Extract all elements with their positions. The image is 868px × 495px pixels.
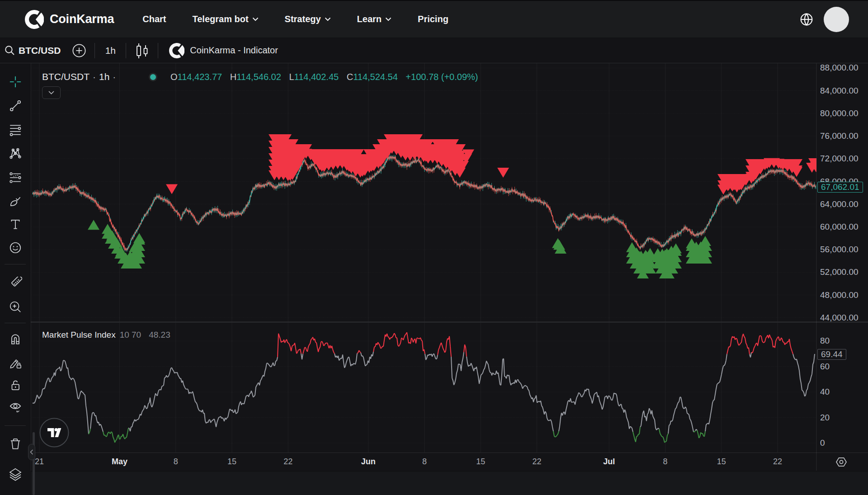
tool-forecast[interactable] (8, 170, 23, 185)
chart-canvas (31, 63, 868, 471)
legend-ohlc: O114,423.77 H114,546.02 L114,402.45 C114… (170, 72, 478, 82)
tool-magnet[interactable] (8, 331, 23, 347)
time-tick-label: Jun (361, 457, 376, 467)
ruler-icon (9, 277, 22, 290)
time-tick-label: 8 (174, 457, 178, 467)
collapse-toolbar-button[interactable] (28, 444, 35, 460)
caret-down-icon (325, 17, 331, 21)
coinkarma-logo (25, 10, 44, 29)
mpi-tick-label: 20 (820, 413, 830, 423)
trend-line-icon (9, 99, 22, 113)
tool-crosshair[interactable] (8, 74, 23, 90)
symbol-search-button[interactable]: BTC/USD (5, 45, 61, 56)
pane-borders (31, 63, 868, 471)
mpi-tick-label: 60 (820, 362, 830, 372)
pencil-lock-icon (9, 356, 22, 370)
toolbar-symbol: BTC/USD (19, 45, 61, 56)
price-tick-label: 64,000.00 (820, 199, 859, 209)
main-pane-legend[interactable]: BTC/USDT · 1h · O114,423.77 H114,546.02 … (42, 71, 119, 82)
magnet-icon (9, 332, 22, 346)
plus-circle-icon (72, 44, 86, 57)
caret-down-icon (385, 17, 392, 21)
tool-fib-retracement[interactable] (8, 122, 23, 137)
mpi-series (33, 332, 815, 443)
caret-down-icon (252, 17, 259, 21)
chevron-down-icon (48, 91, 54, 94)
mpi-pane-legend[interactable]: Market Pulse Index 10 70 48.23 (42, 330, 170, 340)
user-avatar[interactable] (824, 7, 849, 32)
language-globe-icon[interactable] (800, 13, 813, 26)
time-tick-label: Jul (603, 457, 615, 467)
chart-area[interactable]: BTC/USDT · 1h · O114,423.77 H114,546.02 … (31, 63, 868, 471)
legend-interval: 1h (99, 71, 109, 82)
indicator-name: CoinKarma - Indicator (190, 45, 278, 56)
price-tick-label: 76,000.00 (820, 131, 859, 141)
tool-remove-drawings[interactable] (8, 436, 23, 452)
time-tick-label: 8 (663, 457, 667, 467)
legend-change: +100.78 (+0.09%) (406, 72, 478, 82)
interval-button[interactable]: 1h (95, 45, 126, 56)
tool-lock-all[interactable] (8, 377, 23, 393)
nav-item-telegram-bot[interactable]: Telegram bot (192, 14, 258, 24)
tool-zoom-in[interactable] (8, 299, 23, 315)
nav-item-chart[interactable]: Chart (142, 14, 166, 24)
time-tick-label: 22 (773, 457, 782, 467)
chevron-left-icon (30, 449, 33, 455)
gear-icon (835, 456, 848, 468)
tool-text[interactable] (8, 217, 23, 232)
brand-name: CoinKarma (50, 12, 114, 26)
brush-icon (9, 195, 22, 208)
chart-settings-button[interactable] (835, 456, 848, 470)
compare-add-button[interactable] (72, 44, 86, 57)
nav-menu: ChartTelegram botStrategyLearnPricing (142, 14, 448, 24)
tool-object-tree[interactable] (8, 467, 23, 482)
nav-item-learn[interactable]: Learn (357, 14, 392, 24)
crosshair-icon (9, 75, 22, 89)
time-tick-label: May (112, 457, 127, 467)
price-tick-label: 72,000.00 (820, 154, 859, 164)
search-icon (5, 45, 15, 56)
fib-retracement-icon (9, 123, 22, 137)
signal-markers (88, 134, 822, 278)
tradingview-logo[interactable] (39, 418, 69, 449)
market-status-dot[interactable] (149, 73, 157, 81)
mpi-tick-label: 40 (820, 387, 830, 397)
time-tick-label: 22 (283, 457, 292, 467)
price-tick-label: 44,000.00 (820, 313, 859, 323)
tool-drawing-lock[interactable] (8, 355, 23, 371)
coinkarma-indicator-logo (169, 43, 184, 58)
tool-ruler[interactable] (8, 276, 23, 291)
drawing-toolbar (0, 63, 31, 495)
candles-icon (134, 42, 150, 59)
nav-item-pricing[interactable]: Pricing (418, 14, 448, 24)
time-tick-label: 21 (35, 457, 44, 467)
time-tick-label: 22 (532, 457, 541, 467)
price-tick-label: 80,000.00 (820, 108, 859, 118)
unlock-icon (9, 378, 22, 392)
brand[interactable]: CoinKarma (25, 10, 114, 29)
indicator-chip[interactable]: CoinKarma - Indicator (169, 43, 278, 58)
price-tick-label: 84,000.00 (820, 86, 859, 96)
object-tree-icon (8, 467, 23, 482)
tool-emoji[interactable] (8, 240, 23, 255)
chart-style-button[interactable] (126, 42, 158, 59)
legend-symbol: BTC/USDT (42, 71, 90, 82)
nav-item-strategy[interactable]: Strategy (285, 14, 331, 24)
tool-xabcd-pattern[interactable] (8, 146, 23, 161)
mpi-tick-label: 80 (820, 336, 830, 346)
nav-right (800, 7, 849, 32)
price-tick-label: 88,000.00 (820, 63, 859, 73)
tool-hide-drawings[interactable] (8, 400, 23, 415)
tool-trend-line[interactable] (8, 98, 23, 113)
mpi-params: 10 70 (120, 330, 142, 340)
chart-toolbar: BTC/USD 1h CoinKarma - Indicator (0, 38, 868, 63)
emoji-icon (9, 241, 22, 255)
legend-collapse-button[interactable] (42, 86, 61, 99)
mpi-value: 48.23 (149, 330, 170, 340)
eye-icon (9, 401, 22, 414)
sidebar-scrollbar[interactable] (33, 432, 35, 495)
last-price-label: 67,062.01 (817, 182, 863, 193)
tool-brush[interactable] (8, 194, 23, 209)
mpi-tick-label: 0 (820, 438, 825, 448)
interval-value: 1h (105, 45, 116, 56)
